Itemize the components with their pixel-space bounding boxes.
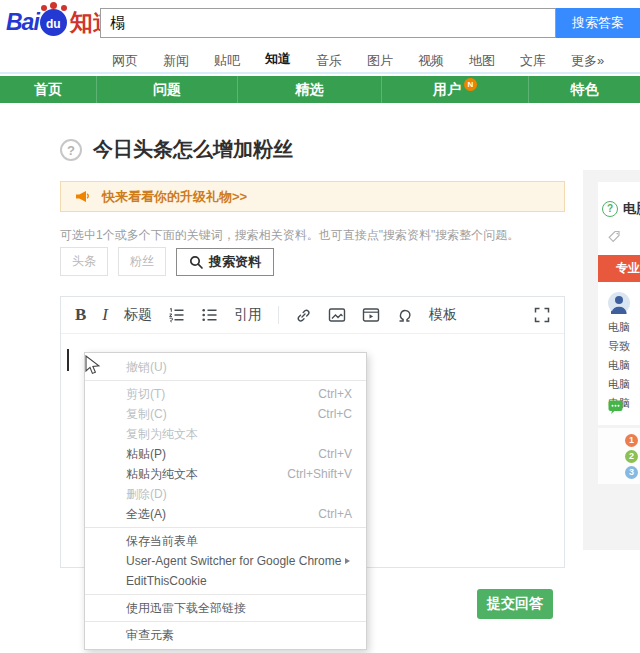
upgrade-gift-banner[interactable]: 快来看看你的升级礼物>> [60,181,565,212]
fullscreen-button[interactable] [534,307,550,323]
location-omega-icon [396,307,413,324]
tab-webpage[interactable]: 网页 [112,52,138,74]
menu-item-thunder-download-all-links[interactable]: 使用迅雷下载全部链接 [85,598,366,618]
logo-bai-text: Bai [6,9,39,36]
link-icon [295,307,312,324]
sidebar-question-card: ? 电脑 专业回答 电脑 导致 电脑 电脑 电脑 [598,182,640,425]
bold-button[interactable]: B [75,305,86,325]
insert-video-button[interactable] [362,307,380,323]
keyword-tag-fensi[interactable]: 粉丝 [118,247,166,276]
insert-image-button[interactable] [328,307,346,323]
menu-item-copy-plain-text: 复制为纯文本 [85,424,366,444]
sidebar-line[interactable]: 导致 [608,339,630,354]
fullscreen-icon [534,307,550,323]
sidebar-question-title: 电脑 [623,200,640,218]
location-button[interactable] [396,307,413,324]
menu-item-paste[interactable]: 粘贴(P)Ctrl+V [85,444,366,464]
sidebar-answer-lines: 电脑 导致 电脑 电脑 电脑 [608,320,630,411]
rank-3-badge: 3 [625,466,638,479]
italic-button[interactable]: I [102,305,108,325]
tab-more[interactable]: 更多» [571,52,604,74]
new-badge: N [464,78,477,91]
search-data-button[interactable]: 搜索资料 [176,248,274,276]
tab-news[interactable]: 新闻 [163,52,189,74]
question-title: 今日头条怎么增加粉丝 [93,136,293,163]
ordered-list-button[interactable] [168,307,185,323]
answerer-avatar [608,292,630,314]
ranking-badges: 1 2 3 [625,434,638,479]
menu-item-delete: 删除(D) [85,484,366,504]
bullet-list-button[interactable] [201,307,218,323]
menu-item-edit-this-cookie[interactable]: EditThisCookie [85,571,366,591]
question-title-row: ? 今日头条怎么增加粉丝 [60,136,293,163]
tab-video[interactable]: 视频 [418,52,444,74]
sidebar-line[interactable]: 电脑 [608,320,630,335]
nav-item-featured[interactable]: 精选 [237,76,381,103]
menu-item-inspect-element[interactable]: 审查元素 [85,625,366,645]
image-icon [328,307,346,323]
tag-icon [608,230,621,243]
baidu-zhidao-page: Bai du 知道 搜索答案 网页 新闻 贴吧 知道 音乐 图片 视频 地图 文… [0,0,640,653]
menu-separator [85,380,366,381]
right-sidebar: ? 电脑 专业回答 电脑 导致 电脑 电脑 电脑 [583,170,640,550]
search-icon [189,255,203,269]
search-input[interactable] [100,8,556,38]
menu-item-undo: 撤销(U) [85,357,366,377]
keyword-tags: 头条 粉丝 搜索资料 [60,247,274,276]
sidebar-question-row[interactable]: ? 电脑 [602,200,640,218]
rank-1-badge: 1 [625,434,638,447]
nav-item-home[interactable]: 首页 [0,76,96,103]
tab-music[interactable]: 音乐 [316,52,342,74]
sidebar-question-mark-icon: ? [602,201,618,217]
tab-tieba[interactable]: 贴吧 [214,52,240,74]
menu-separator [85,594,366,595]
menu-item-cut: 剪切(T)Ctrl+X [85,384,366,404]
submit-answer-button[interactable]: 提交回答 [477,589,553,619]
context-menu: 撤销(U) 剪切(T)Ctrl+X 复制(C)Ctrl+C 复制为纯文本 粘贴(… [84,352,367,650]
megaphone-icon [75,189,92,204]
menu-item-user-agent-switcher[interactable]: User-Agent Switcher for Google Chrome [85,551,366,571]
sidebar-ranking-card: 1 2 3 [598,428,640,484]
heading-button[interactable]: 标题 [124,306,152,324]
tab-maps[interactable]: 地图 [469,52,495,74]
question-mark-icon: ? [60,139,82,161]
quote-button[interactable]: 引用 [234,306,262,324]
submenu-arrow-icon [345,558,350,564]
main-nav: 首页 问题 精选 用户N 特色 [0,76,640,103]
menu-item-select-all[interactable]: 全选(A)Ctrl+A [85,504,366,524]
menu-item-paste-plain-text[interactable]: 粘贴为纯文本Ctrl+Shift+V [85,464,366,484]
text-caret [67,349,69,371]
keyword-tag-toutiao[interactable]: 头条 [60,247,108,276]
sidebar-line[interactable]: 电脑 [608,358,630,373]
mouse-cursor [85,355,101,376]
baidu-paw-icon: du [40,9,67,36]
bullet-list-icon [201,307,218,323]
menu-item-save-form[interactable]: 保存当前表单 [85,531,366,551]
tab-images[interactable]: 图片 [367,52,393,74]
pro-answer-banner: 专业回答 [598,255,640,282]
ordered-list-icon [168,307,185,323]
nav-item-questions[interactable]: 问题 [96,76,237,103]
toolbar-divider [278,306,279,324]
chat-bubble-icon [608,400,623,414]
menu-separator [85,621,366,622]
product-tabs: 网页 新闻 贴吧 知道 音乐 图片 视频 地图 文库 更多» [112,50,604,74]
nav-item-special[interactable]: 特色 [528,76,640,103]
editor-toolbar: B I 标题 引用 [61,297,564,334]
insert-link-button[interactable] [295,307,312,324]
tab-wenku[interactable]: 文库 [520,52,546,74]
nav-item-users[interactable]: 用户N [381,76,528,103]
keyword-hint: 可选中1个或多个下面的关键词，搜索相关资料。也可直接点"搜索资料"搜索整个问题。 [60,227,519,244]
menu-item-copy: 复制(C)Ctrl+C [85,404,366,424]
search-answer-button[interactable]: 搜索答案 [556,8,640,38]
menu-separator [85,527,366,528]
template-button[interactable]: 模板 [429,306,457,324]
banner-text: 快来看看你的升级礼物>> [102,188,247,206]
rank-2-badge: 2 [625,450,638,463]
header-divider [0,72,640,74]
video-icon [362,307,380,323]
tab-zhidao[interactable]: 知道 [265,50,291,74]
sidebar-line[interactable]: 电脑 [608,377,630,392]
